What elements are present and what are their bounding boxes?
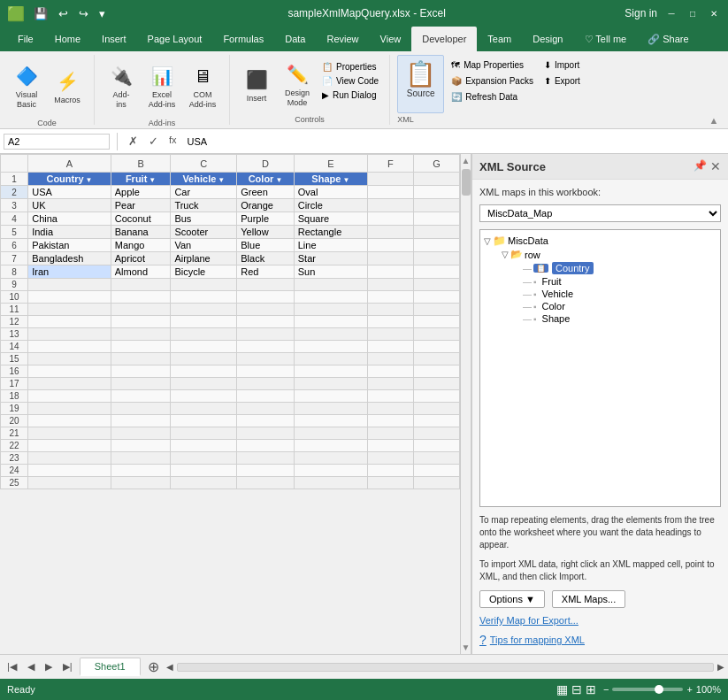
col-header-a[interactable]: A bbox=[28, 155, 111, 173]
cell-c8[interactable]: Bicycle bbox=[171, 265, 237, 279]
cell-d6[interactable]: Blue bbox=[237, 239, 294, 252]
add-sheet-btn[interactable]: ⊕ bbox=[144, 658, 163, 675]
cell-b1[interactable]: Fruit▼ bbox=[111, 173, 171, 186]
import-btn[interactable]: ⬇ Import bbox=[540, 58, 584, 72]
cell-a9[interactable] bbox=[28, 279, 111, 291]
tab-file[interactable]: File bbox=[7, 27, 44, 51]
cell-f2[interactable] bbox=[367, 186, 413, 199]
horizontal-scroll-track[interactable] bbox=[177, 663, 714, 672]
xml-group-collapse[interactable]: ▲ bbox=[707, 115, 721, 126]
zoom-slider[interactable] bbox=[612, 688, 683, 691]
col-header-b[interactable]: B bbox=[111, 155, 171, 173]
cell-b8[interactable]: Almond bbox=[111, 265, 171, 279]
refresh-data-btn[interactable]: 🔄 Refresh Data bbox=[448, 90, 537, 104]
xml-maps-select[interactable]: MiscData_Map bbox=[479, 204, 721, 222]
filter-btn-c1[interactable]: ▼ bbox=[218, 176, 225, 184]
cell-e8[interactable]: Sun bbox=[294, 265, 367, 279]
tab-design[interactable]: Design bbox=[522, 27, 573, 51]
view-code-btn[interactable]: 📄 View Code bbox=[318, 74, 382, 88]
cell-b5[interactable]: Banana bbox=[111, 226, 171, 239]
cell-g4[interactable] bbox=[413, 212, 459, 226]
maximize-btn[interactable]: □ bbox=[686, 6, 700, 20]
verify-map-link[interactable]: Verify Map for Export... bbox=[479, 615, 721, 626]
tab-developer[interactable]: Developer bbox=[411, 27, 477, 51]
scroll-right-btn[interactable]: ▶ bbox=[717, 662, 724, 672]
cell-d3[interactable]: Orange bbox=[237, 199, 294, 212]
cell-b6[interactable]: Mango bbox=[111, 239, 171, 252]
minimize-btn[interactable]: ─ bbox=[664, 6, 678, 20]
cell-f1[interactable] bbox=[367, 173, 413, 186]
save-quick-btn[interactable]: 💾 bbox=[30, 5, 51, 22]
col-header-g[interactable]: G bbox=[413, 155, 459, 173]
quick-access-dropdown[interactable]: ▾ bbox=[96, 5, 109, 22]
tree-item-vehicle[interactable]: — ▪ Vehicle bbox=[484, 288, 717, 300]
cell-d4[interactable]: Purple bbox=[237, 212, 294, 226]
cell-a5[interactable]: India bbox=[28, 226, 111, 239]
tab-review[interactable]: Review bbox=[316, 27, 369, 51]
cell-g5[interactable] bbox=[413, 226, 459, 239]
tell-me-btn[interactable]: ♡ Tell me bbox=[574, 27, 638, 51]
tree-item-country[interactable]: — 📋 Country bbox=[484, 261, 717, 275]
vertical-scrollbar[interactable]: ▲ ▼ bbox=[460, 154, 471, 654]
cell-f5[interactable] bbox=[367, 226, 413, 239]
tree-item-fruit[interactable]: — ▪ Fruit bbox=[484, 275, 717, 288]
cell-a7[interactable]: Bangladesh bbox=[28, 252, 111, 265]
filter-btn-a1[interactable]: ▼ bbox=[86, 176, 93, 184]
cell-d8[interactable]: Red bbox=[237, 265, 294, 279]
cell-g6[interactable] bbox=[413, 239, 459, 252]
tab-data[interactable]: Data bbox=[274, 27, 316, 51]
cell-c6[interactable]: Van bbox=[171, 239, 237, 252]
cell-b7[interactable]: Apricot bbox=[111, 252, 171, 265]
name-box[interactable] bbox=[4, 134, 110, 150]
share-btn[interactable]: 🔗 Share bbox=[637, 27, 699, 51]
cell-d5[interactable]: Yellow bbox=[237, 226, 294, 239]
normal-view-btn[interactable]: ▦ bbox=[556, 682, 568, 696]
insert-btn[interactable]: ⬛ Insert bbox=[237, 55, 276, 113]
xml-panel-pin-btn[interactable]: 📌 bbox=[694, 159, 707, 173]
cell-a6[interactable]: Pakistan bbox=[28, 239, 111, 252]
cell-a4[interactable]: China bbox=[28, 212, 111, 226]
xml-panel-close-btn[interactable]: ✕ bbox=[710, 159, 721, 173]
filter-btn-e1[interactable]: ▼ bbox=[342, 176, 349, 184]
cell-d1[interactable]: Color▼ bbox=[237, 173, 294, 186]
excel-addins-btn[interactable]: 📊 ExcelAdd-ins bbox=[142, 57, 181, 115]
sheet-nav-last[interactable]: ▶| bbox=[59, 659, 76, 674]
sign-in-btn[interactable]: Sign in bbox=[625, 7, 657, 19]
cell-b4[interactable]: Coconut bbox=[111, 212, 171, 226]
cell-g2[interactable] bbox=[413, 186, 459, 199]
page-break-view-btn[interactable]: ⊞ bbox=[586, 682, 596, 696]
page-layout-view-btn[interactable]: ⊟ bbox=[571, 682, 582, 696]
cell-f4[interactable] bbox=[367, 212, 413, 226]
tree-item-row[interactable]: ▽ 📂 row bbox=[484, 248, 717, 261]
xml-maps-btn[interactable]: XML Maps... bbox=[552, 590, 625, 608]
confirm-formula-btn[interactable]: ✓ bbox=[145, 135, 162, 148]
cell-a3[interactable]: UK bbox=[28, 199, 111, 212]
formula-input[interactable] bbox=[184, 135, 724, 149]
sheet-tab-sheet1[interactable]: Sheet1 bbox=[80, 658, 141, 676]
cell-c5[interactable]: Scooter bbox=[171, 226, 237, 239]
properties-btn[interactable]: 📋 Properties bbox=[318, 60, 382, 73]
cell-b3[interactable]: Pear bbox=[111, 199, 171, 212]
tab-team[interactable]: Team bbox=[477, 27, 522, 51]
tips-link[interactable]: ? Tips for mapping XML bbox=[479, 633, 721, 647]
cell-b2[interactable]: Apple bbox=[111, 186, 171, 199]
visual-basic-btn[interactable]: 🔷 VisualBasic bbox=[7, 57, 46, 115]
tab-formulas[interactable]: Formulas bbox=[212, 27, 274, 51]
scroll-left-btn[interactable]: ◀ bbox=[166, 662, 173, 672]
cell-f8[interactable] bbox=[367, 265, 413, 279]
cell-c7[interactable]: Airplane bbox=[171, 252, 237, 265]
cell-c4[interactable]: Bus bbox=[171, 212, 237, 226]
cell-e4[interactable]: Square bbox=[294, 212, 367, 226]
cell-c1[interactable]: Vehicle▼ bbox=[171, 173, 237, 186]
addins-btn[interactable]: 🔌 Add-ins bbox=[102, 57, 141, 115]
filter-btn-b1[interactable]: ▼ bbox=[149, 176, 156, 184]
sheet-nav-first[interactable]: |◀ bbox=[4, 659, 20, 674]
expansion-packs-btn[interactable]: 📦 Expansion Packs bbox=[448, 74, 537, 88]
scroll-thumb-v[interactable] bbox=[462, 169, 471, 196]
col-header-d[interactable]: D bbox=[237, 155, 294, 173]
tab-view[interactable]: View bbox=[370, 27, 412, 51]
sheet-nav-prev[interactable]: ◀ bbox=[24, 659, 38, 674]
tree-item-color[interactable]: — ▪ Color bbox=[484, 300, 717, 312]
zoom-out-btn[interactable]: − bbox=[603, 684, 609, 695]
cell-c2[interactable]: Car bbox=[171, 186, 237, 199]
